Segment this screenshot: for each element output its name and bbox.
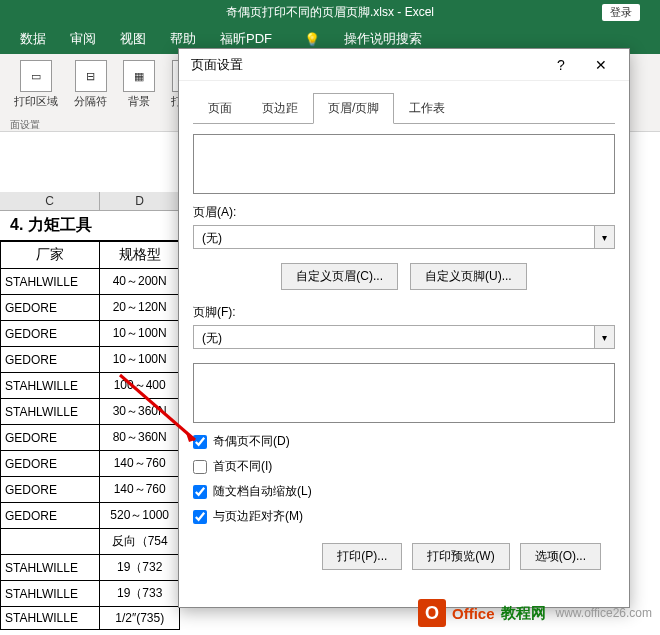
tab-foxitpdf[interactable]: 福昕PDF [220, 30, 272, 48]
col-header-d[interactable]: D [100, 192, 180, 210]
office-logo-icon: O [418, 599, 446, 627]
dialog-titlebar: 页面设置 ? ✕ [179, 49, 629, 81]
watermark-brand1: Office [452, 605, 495, 622]
tab-margins[interactable]: 页边距 [247, 93, 313, 124]
footer-preview [193, 363, 615, 423]
odd-even-checkbox[interactable] [193, 435, 207, 449]
close-button[interactable]: ✕ [581, 51, 621, 79]
table-row: STAHLWILLE1/2″(735) [1, 607, 180, 630]
data-table: 厂家规格型 STAHLWILLE40～200N GEDORE20～120N GE… [0, 241, 180, 630]
table-row: GEDORE140～760 [1, 477, 180, 503]
background-button[interactable]: ▦ 背景 [119, 58, 159, 111]
scale-doc-checkbox[interactable] [193, 485, 207, 499]
table-row: STAHLWILLE19（733 [1, 581, 180, 607]
sheet-area: C D 4. 力矩工具 厂家规格型 STAHLWILLE40～200N GEDO… [0, 132, 180, 630]
tab-page[interactable]: 页面 [193, 93, 247, 124]
col-header-c[interactable]: C [0, 192, 100, 210]
footer-dropdown-arrow[interactable]: ▾ [595, 325, 615, 349]
table-row: GEDORE20～120N [1, 295, 180, 321]
print-preview-button[interactable]: 打印预览(W) [412, 543, 509, 570]
title-bar: 奇偶页打印不同的页眉页脚.xlsx - Excel 登录 [0, 0, 660, 24]
breaks-label: 分隔符 [74, 94, 107, 109]
custom-header-button[interactable]: 自定义页眉(C)... [281, 263, 398, 290]
dialog-body: 页眉(A): (无) ▾ 自定义页眉(C)... 自定义页脚(U)... 页脚(… [179, 124, 629, 590]
tell-me-bulb-icon: 💡 [304, 32, 320, 47]
print-area-label: 打印区域 [14, 94, 58, 109]
window-title: 奇偶页打印不同的页眉页脚.xlsx - Excel [226, 4, 434, 21]
watermark-brand2: 教程网 [501, 604, 546, 623]
table-row: 反向（754 [1, 529, 180, 555]
sheet-section-title: 4. 力矩工具 [0, 211, 180, 241]
print-button[interactable]: 打印(P)... [322, 543, 402, 570]
table-row: GEDORE10～100N [1, 321, 180, 347]
align-margin-label: 与页边距对齐(M) [213, 508, 303, 525]
table-row: STAHLWILLE19（732 [1, 555, 180, 581]
odd-even-label: 奇偶页不同(D) [213, 433, 290, 450]
table-row: GEDORE80～360N [1, 425, 180, 451]
first-page-checkbox[interactable] [193, 460, 207, 474]
header-preview [193, 134, 615, 194]
print-area-button[interactable]: ▭ 打印区域 [10, 58, 62, 111]
footer-select[interactable]: (无) [193, 325, 595, 349]
watermark-domain: www.office26.com [556, 606, 653, 620]
column-headers: C D [0, 192, 180, 211]
table-row: STAHLWILLE30～360N [1, 399, 180, 425]
background-icon: ▦ [123, 60, 155, 92]
ribbon-section-label: 面设置 [10, 118, 40, 132]
custom-footer-button[interactable]: 自定义页脚(U)... [410, 263, 527, 290]
login-button[interactable]: 登录 [602, 4, 640, 21]
footer-label: 页脚(F): [193, 304, 615, 321]
tell-me-search[interactable]: 操作说明搜索 [344, 30, 422, 48]
th-maker[interactable]: 厂家 [1, 242, 100, 269]
breaks-icon: ⊟ [75, 60, 107, 92]
watermark: O Office教程网 www.office26.com [418, 599, 652, 627]
tab-data[interactable]: 数据 [20, 30, 46, 48]
print-area-icon: ▭ [20, 60, 52, 92]
options-button[interactable]: 选项(O)... [520, 543, 601, 570]
table-row: STAHLWILLE100～400 [1, 373, 180, 399]
dialog-title: 页面设置 [191, 56, 541, 74]
table-row: GEDORE10～100N [1, 347, 180, 373]
table-row: STAHLWILLE40～200N [1, 269, 180, 295]
dialog-tabs: 页面 页边距 页眉/页脚 工作表 [179, 81, 629, 124]
tab-view[interactable]: 视图 [120, 30, 146, 48]
breaks-button[interactable]: ⊟ 分隔符 [70, 58, 111, 111]
align-margin-checkbox[interactable] [193, 510, 207, 524]
header-select[interactable]: (无) [193, 225, 595, 249]
tab-header-footer[interactable]: 页眉/页脚 [313, 93, 394, 124]
tab-review[interactable]: 审阅 [70, 30, 96, 48]
header-dropdown-arrow[interactable]: ▾ [595, 225, 615, 249]
page-setup-dialog: 页面设置 ? ✕ 页面 页边距 页眉/页脚 工作表 页眉(A): (无) ▾ 自… [178, 48, 630, 608]
th-spec[interactable]: 规格型 [100, 242, 180, 269]
help-button[interactable]: ? [541, 51, 581, 79]
first-page-label: 首页不同(I) [213, 458, 272, 475]
background-label: 背景 [128, 94, 150, 109]
scale-doc-label: 随文档自动缩放(L) [213, 483, 312, 500]
table-row: GEDORE140～760 [1, 451, 180, 477]
header-label: 页眉(A): [193, 204, 615, 221]
table-row: GEDORE520～1000 [1, 503, 180, 529]
tab-help[interactable]: 帮助 [170, 30, 196, 48]
tab-sheet[interactable]: 工作表 [394, 93, 460, 124]
